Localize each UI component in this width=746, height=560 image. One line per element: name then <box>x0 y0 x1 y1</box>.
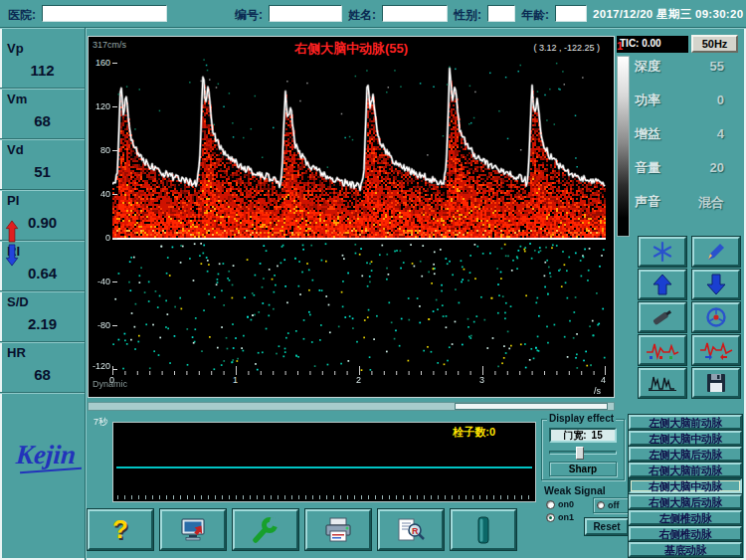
param-vm: Vm 68 <box>0 89 85 139</box>
tcd-app-window: 医院: 编号: 姓名: 性别: 年龄: 2017/12/20 星期三 09:30… <box>0 0 746 560</box>
y-tick: 120 <box>91 101 110 111</box>
param-value: 2.19 <box>0 315 85 332</box>
record-button[interactable] <box>692 302 740 332</box>
weak-signal-on0-radio[interactable]: on0 <box>546 499 574 509</box>
artery-item[interactable]: 左侧大脑后动脉 <box>629 447 742 462</box>
gender-label: 性别: <box>454 7 481 24</box>
print-button[interactable] <box>305 509 371 550</box>
gate-width-slider[interactable] <box>549 451 617 455</box>
param-label: Vm <box>7 92 27 106</box>
embolus-count-label: 栓子数:0 <box>453 425 495 440</box>
report-magnifier-icon: R <box>396 517 426 543</box>
slider-thumb[interactable] <box>576 447 584 460</box>
depth-up-button[interactable] <box>639 270 686 299</box>
param-value: 112 <box>0 62 85 79</box>
artery-item[interactable]: 右侧大脑后动脉 <box>629 494 742 509</box>
y-tick: 0 <box>91 233 110 243</box>
save-button[interactable] <box>692 368 740 398</box>
ecg-sweep-button[interactable] <box>692 335 740 365</box>
pencil-icon <box>705 241 727 263</box>
reel-icon <box>705 306 727 328</box>
grayscale-colorbar <box>617 56 630 237</box>
param-sd: S/D 2.19 <box>0 291 85 342</box>
gate-width-field[interactable]: 门宽: 15 <box>549 428 617 443</box>
setting-depth: 深度 55 <box>633 58 740 78</box>
review-button[interactable] <box>160 509 226 550</box>
radio-icon[interactable] <box>546 500 555 509</box>
help-button[interactable]: ? <box>88 509 153 550</box>
setting-power: 功率 0 <box>633 92 740 111</box>
depth-down-button[interactable] <box>692 270 740 299</box>
artery-item[interactable]: 基底动脉 <box>629 542 742 557</box>
report-button[interactable]: R <box>378 509 444 550</box>
setting-value: 55 <box>710 59 724 74</box>
dynamic-mode-label: Dynamic <box>93 379 127 389</box>
reset-button[interactable]: Reset <box>585 518 629 535</box>
computer-monitor-icon <box>178 517 208 543</box>
setup-button[interactable] <box>233 509 298 550</box>
annotate-button[interactable] <box>692 237 740 267</box>
battery-icon <box>472 515 494 545</box>
x-tick: 3 <box>479 375 484 385</box>
radio-icon[interactable] <box>597 501 605 509</box>
wrench-icon <box>252 517 280 543</box>
cursor-readout: ( 3.12 , -122.25 ) <box>533 43 600 53</box>
setting-value: 20 <box>710 160 724 175</box>
weak-signal-off-radio[interactable]: off <box>593 497 629 513</box>
weak-signal-title: Weak Signal <box>544 484 606 496</box>
hospital-input[interactable] <box>42 5 167 22</box>
param-value: 51 <box>0 163 85 180</box>
radio-label: off <box>608 500 620 510</box>
artery-item[interactable]: 右侧大脑中动脉 <box>629 478 742 493</box>
display-effect-title: Display effect <box>547 413 616 424</box>
param-vp: Vp 112 <box>0 38 85 89</box>
sharp-mode-select[interactable]: Sharp <box>549 462 617 476</box>
freeze-button[interactable] <box>639 237 686 267</box>
spectrum-scrollbar[interactable] <box>88 402 615 411</box>
probe-button[interactable] <box>639 302 686 332</box>
param-label: S/D <box>7 294 29 309</box>
param-value: 68 <box>0 112 85 129</box>
channel-indicator: 1 <box>617 40 623 52</box>
datetime-display: 2017/12/20 星期三 09:30:20 <box>593 7 743 22</box>
age-input[interactable] <box>555 5 587 22</box>
x-tick: 1 <box>233 375 238 385</box>
display-effect-group: Display effect 门宽: 15 Sharp <box>541 419 625 480</box>
scrollbar-thumb[interactable] <box>455 403 608 410</box>
frequency-button[interactable]: 50Hz <box>691 35 738 53</box>
trend-baseline <box>116 467 532 468</box>
y-tick: 40 <box>91 189 110 199</box>
record-id-input[interactable] <box>269 5 342 22</box>
spectrum-canvas[interactable] <box>112 59 606 375</box>
param-vd: Vd 51 <box>0 139 85 190</box>
param-label: PI <box>7 193 19 208</box>
setting-value: 混合 <box>698 194 724 212</box>
power-button[interactable] <box>451 509 516 550</box>
radio-icon[interactable] <box>546 513 555 522</box>
setting-value: 0 <box>717 93 724 107</box>
y-tick: -120 <box>91 361 110 371</box>
weak-signal-on1-radio[interactable]: on1 <box>546 512 574 522</box>
artery-item[interactable]: 右侧大脑前动脉 <box>629 463 742 477</box>
param-value: 68 <box>0 366 85 383</box>
artery-item[interactable]: 左侧椎动脉 <box>629 510 742 525</box>
record-id-label: 编号: <box>235 7 263 24</box>
artery-item[interactable]: 左侧大脑中动脉 <box>629 431 742 446</box>
svg-text:R: R <box>412 525 419 535</box>
y-tick: -40 <box>91 277 110 286</box>
ecg-display-button[interactable] <box>639 335 686 365</box>
probe-icon <box>651 306 674 328</box>
gender-input[interactable] <box>487 5 515 22</box>
arrow-up-icon <box>653 274 672 295</box>
x-axis-unit: /s <box>594 386 601 396</box>
setting-label: 功率 <box>635 92 660 109</box>
artery-item[interactable]: 左侧大脑前动脉 <box>629 415 742 430</box>
y-tick: 80 <box>91 145 110 155</box>
ecg-arrows-icon <box>699 340 733 360</box>
doppler-spectrum-panel: 317cm/s 右侧大脑中动脉(55) ( 3.12 , -122.25 ) 1… <box>88 36 615 398</box>
trend-display-button[interactable] <box>639 368 686 398</box>
artery-select-list: 左侧大脑前动脉 左侧大脑中动脉 左侧大脑后动脉 右侧大脑前动脉 右侧大脑中动脉 … <box>629 415 742 558</box>
name-input[interactable] <box>382 5 448 22</box>
setting-label: 声音 <box>635 193 660 211</box>
artery-item[interactable]: 右侧椎动脉 <box>629 526 742 541</box>
